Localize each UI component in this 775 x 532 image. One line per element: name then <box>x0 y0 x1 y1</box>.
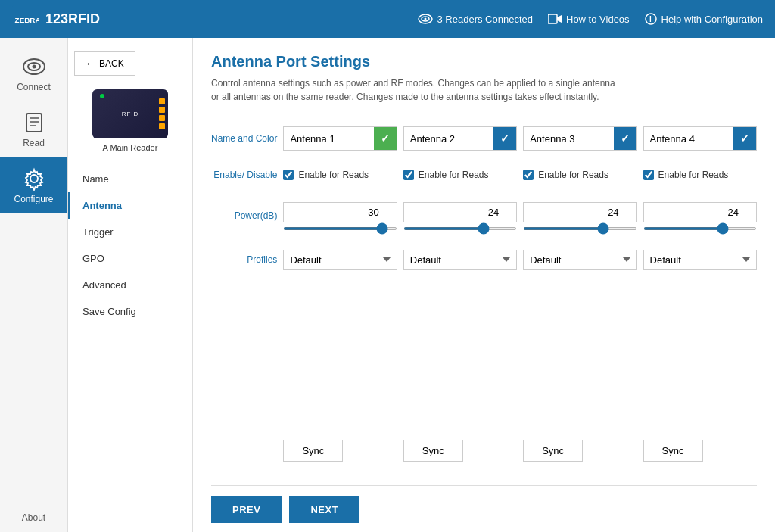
enable-reads-label-4[interactable]: Enable for Reads <box>643 170 729 180</box>
antenna-name-input-3[interactable] <box>524 129 613 149</box>
antenna-col-2: ✓ Enable for Reads DefaultCustomHigh Per… <box>403 119 517 470</box>
antenna-color-button-3[interactable]: ✓ <box>614 127 636 150</box>
svg-marker-6 <box>557 15 562 23</box>
enable-reads-checkbox-4[interactable] <box>643 170 654 180</box>
help-label: Help with Configuration <box>661 14 763 25</box>
video-icon <box>548 14 562 24</box>
antenna-name-row-3: ✓ <box>523 119 636 158</box>
enable-reads-text-1: Enable for Reads <box>298 170 369 180</box>
sidebar-item-connect[interactable]: Connect <box>0 45 67 101</box>
reader-label: RFID <box>122 110 139 117</box>
antenna-power-input-3[interactable] <box>523 202 636 222</box>
sidebar: Connect Read Configure <box>0 38 68 532</box>
antenna-power-input-2[interactable] <box>403 202 517 222</box>
reader-device-image: RFID <box>92 89 168 138</box>
antenna-power-slider-3[interactable] <box>523 227 636 230</box>
antenna-color-button-1[interactable]: ✓ <box>374 127 397 150</box>
antenna-settings-grid: Name and Color Enable/ Disable Power(dB)… <box>211 119 757 470</box>
sidebar-item-read[interactable]: Read <box>0 101 67 157</box>
antenna-power-row-4 <box>643 191 757 240</box>
antenna-enable-row-2: Enable for Reads <box>403 158 517 191</box>
back-button[interactable]: ← BACK <box>74 51 135 76</box>
readers-connected-indicator: 3 Readers Connected <box>418 13 533 25</box>
antenna-profiles-row-1: DefaultCustomHigh PerformanceLow Power <box>283 240 397 279</box>
enable-reads-text-4: Enable for Reads <box>658 170 729 180</box>
info-icon: i <box>645 13 657 25</box>
sub-nav-antenna[interactable]: Antenna <box>68 192 192 219</box>
main-layout: Connect Read Configure <box>0 38 775 532</box>
sidebar-item-about[interactable]: About <box>0 503 67 532</box>
antenna-profiles-select-4[interactable]: DefaultCustomHigh PerformanceLow Power <box>643 250 757 270</box>
enable-reads-label-2[interactable]: Enable for Reads <box>403 170 489 180</box>
sub-nav-name[interactable]: Name <box>68 166 192 192</box>
readers-icon <box>418 13 433 25</box>
antenna-enable-row-3: Enable for Reads <box>523 158 636 191</box>
label-profiles: Profiles <box>247 254 283 265</box>
zebra-logo-icon: ZEBRA <box>12 5 39 33</box>
page-title: Antenna Port Settings <box>211 53 757 70</box>
help-button[interactable]: i Help with Configuration <box>645 13 763 25</box>
antenna-power-row-2 <box>403 191 517 240</box>
antenna-sync-button-3[interactable]: Sync <box>523 440 583 462</box>
page-description: Control antenna settings such as power a… <box>211 76 757 104</box>
svg-point-16 <box>30 175 38 182</box>
sub-nav-save-config[interactable]: Save Config <box>68 298 192 325</box>
antenna-sync-row-1: Sync <box>283 431 397 470</box>
antenna-name-input-1[interactable] <box>284 129 373 149</box>
enable-reads-checkbox-1[interactable] <box>283 170 294 180</box>
antenna-name-row-4: ✓ <box>643 119 757 158</box>
app-header: ZEBRA 123RFID 3 Readers Connected How to… <box>0 0 775 38</box>
antenna-profiles-row-2: DefaultCustomHigh PerformanceLow Power <box>403 240 517 279</box>
sidebar-read-label: Read <box>23 138 45 148</box>
antenna-power-slider-1[interactable] <box>283 227 397 230</box>
enable-reads-checkbox-2[interactable] <box>403 170 414 180</box>
antenna-color-button-4[interactable]: ✓ <box>733 127 756 150</box>
readers-connected-label: 3 Readers Connected <box>437 14 533 25</box>
how-to-videos-label: How to Videos <box>566 14 630 25</box>
antenna-name-input-2[interactable] <box>404 129 493 149</box>
sub-nav-advanced[interactable]: Advanced <box>68 272 192 298</box>
reader-led <box>100 94 104 98</box>
svg-rect-5 <box>548 14 557 23</box>
color-check-icon-4: ✓ <box>740 132 749 145</box>
antenna-sync-row-3: Sync <box>523 431 636 470</box>
antenna-profiles-select-1[interactable]: DefaultCustomHigh PerformanceLow Power <box>283 250 397 270</box>
antenna-sync-button-4[interactable]: Sync <box>643 440 703 462</box>
next-button[interactable]: NEXT <box>289 496 359 523</box>
prev-button[interactable]: PREV <box>211 496 282 523</box>
antenna-sync-button-2[interactable]: Sync <box>403 440 463 462</box>
connect-icon <box>22 54 46 79</box>
bottom-divider <box>211 485 757 486</box>
sidebar-configure-label: Configure <box>14 194 53 204</box>
antenna-name-input-4[interactable] <box>644 129 733 149</box>
antenna-color-button-2[interactable]: ✓ <box>493 127 516 150</box>
enable-reads-checkbox-3[interactable] <box>523 170 534 180</box>
antenna-power-slider-2[interactable] <box>403 227 517 230</box>
enable-reads-text-3: Enable for Reads <box>538 170 608 180</box>
antenna-power-input-4[interactable] <box>643 202 757 222</box>
reader-name-label: A Main Reader <box>103 143 158 152</box>
enable-reads-label-3[interactable]: Enable for Reads <box>523 170 608 180</box>
sidebar-item-configure[interactable]: Configure <box>0 157 67 213</box>
antenna-sync-button-1[interactable]: Sync <box>283 440 343 462</box>
antenna-profiles-select-3[interactable]: DefaultCustomHigh PerformanceLow Power <box>523 250 636 270</box>
antenna-profiles-select-2[interactable]: DefaultCustomHigh PerformanceLow Power <box>403 250 517 270</box>
bottom-navigation: PREV NEXT <box>211 496 757 523</box>
antenna-enable-row-1: Enable for Reads <box>283 158 397 191</box>
svg-point-4 <box>424 18 426 20</box>
header-nav: 3 Readers Connected How to Videos i Help… <box>418 13 763 25</box>
svg-rect-12 <box>26 114 42 132</box>
svg-point-11 <box>32 65 36 69</box>
svg-text:i: i <box>649 15 652 23</box>
antenna-col-1: ✓ Enable for Reads DefaultCustomHigh Per… <box>283 119 397 470</box>
sub-nav-trigger[interactable]: Trigger <box>68 219 192 245</box>
antenna-profiles-row-3: DefaultCustomHigh PerformanceLow Power <box>523 240 636 279</box>
enable-reads-label-1[interactable]: Enable for Reads <box>283 170 369 180</box>
logo: ZEBRA 123RFID <box>12 5 100 33</box>
antenna-power-slider-4[interactable] <box>643 227 757 230</box>
how-to-videos-button[interactable]: How to Videos <box>548 14 630 25</box>
sub-nav-gpo[interactable]: GPO <box>68 245 192 272</box>
antenna-power-input-1[interactable] <box>283 202 397 222</box>
enable-reads-text-2: Enable for Reads <box>419 170 489 180</box>
antenna-sync-row-4: Sync <box>643 431 757 470</box>
